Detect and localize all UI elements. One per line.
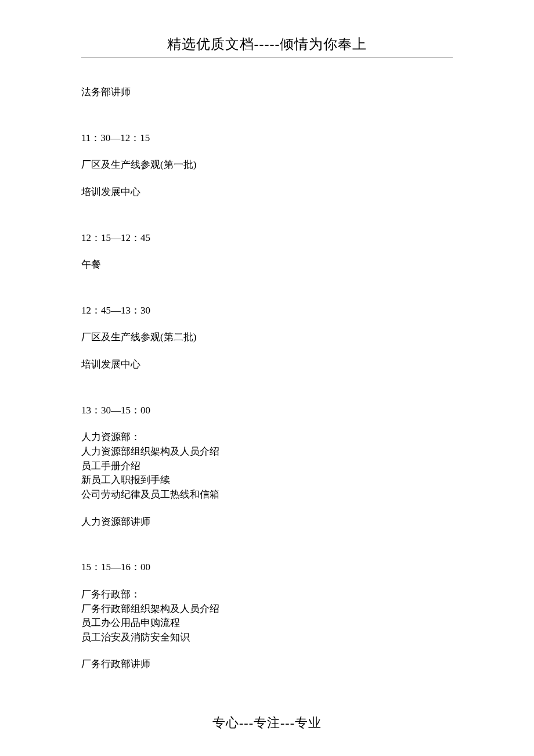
body-text: 员工手册介绍	[81, 459, 453, 474]
schedule-block: 13：30—15：00 人力资源部： 人力资源部组织架构及人员介绍 员工手册介绍…	[81, 404, 453, 529]
page-footer: 专心---专注---专业	[0, 714, 534, 732]
schedule-block: 15：15—16：00 厂务行政部： 厂务行政部组织架构及人员介绍 员工办公用品…	[81, 560, 453, 672]
title-text: 厂区及生产线参观(第一批)	[81, 158, 453, 172]
page-header: 精选优质文档-----倾情为你奉上	[81, 35, 453, 57]
body-lines: 人力资源部： 人力资源部组织架构及人员介绍 员工手册介绍 新员工入职报到手续 公…	[81, 430, 453, 502]
time-text: 12：15—12：45	[81, 231, 453, 246]
document-page: 精选优质文档-----倾情为你奉上 法务部讲师 11：30—12：15 厂区及生…	[0, 0, 534, 726]
body-text: 人力资源部组织架构及人员介绍	[81, 445, 453, 459]
document-content: 法务部讲师 11：30—12：15 厂区及生产线参观(第一批) 培训发展中心 1…	[81, 62, 453, 672]
title-text: 午餐	[81, 258, 453, 272]
time-text: 11：30—12：15	[81, 131, 453, 146]
dept-text: 人力资源部：	[81, 430, 453, 445]
body-text: 厂务行政部组织架构及人员介绍	[81, 602, 453, 617]
presenter-text: 厂务行政部讲师	[81, 657, 453, 672]
schedule-block: 11：30—12：15 厂区及生产线参观(第一批) 培训发展中心	[81, 131, 453, 200]
schedule-block: 法务部讲师	[81, 85, 453, 100]
schedule-block: 12：15—12：45 午餐	[81, 231, 453, 272]
time-text: 12：45—13：30	[81, 304, 453, 318]
body-text: 新员工入职报到手续	[81, 473, 453, 488]
body-text: 员工治安及消防安全知识	[81, 631, 453, 645]
title-text: 厂区及生产线参观(第二批)	[81, 330, 453, 345]
body-text: 员工办公用品申购流程	[81, 616, 453, 631]
body-text: 公司劳动纪律及员工热线和信箱	[81, 488, 453, 502]
time-text: 15：15—16：00	[81, 560, 453, 575]
time-text: 13：30—15：00	[81, 404, 453, 418]
presenter-text: 培训发展中心	[81, 185, 453, 200]
schedule-block: 12：45—13：30 厂区及生产线参观(第二批) 培训发展中心	[81, 304, 453, 372]
presenter-text: 法务部讲师	[81, 85, 453, 100]
presenter-text: 培训发展中心	[81, 358, 453, 372]
presenter-text: 人力资源部讲师	[81, 515, 453, 530]
dept-text: 厂务行政部：	[81, 588, 453, 602]
body-lines: 厂务行政部： 厂务行政部组织架构及人员介绍 员工办公用品申购流程 员工治安及消防…	[81, 588, 453, 645]
header-divider	[81, 57, 453, 57]
